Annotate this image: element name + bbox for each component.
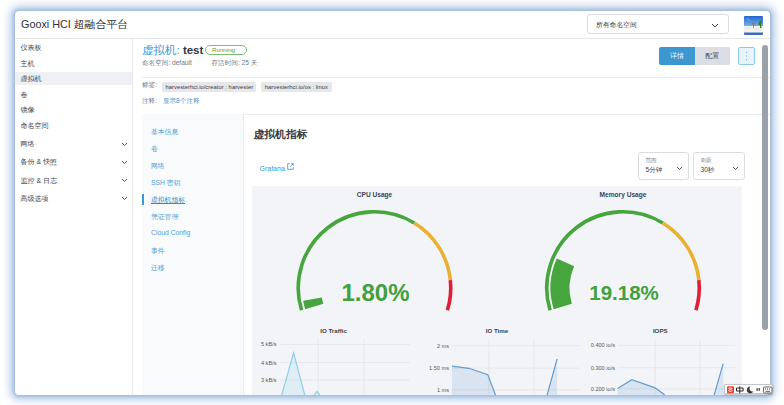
svg-text:0.300 io/s: 0.300 io/s [591,365,615,371]
svg-text:0.400 io/s: 0.400 io/s [591,342,615,348]
svg-text:0.200 io/s: 0.200 io/s [591,386,615,392]
svg-text:19.18%: 19.18% [589,281,659,304]
svg-text:5 kB/s: 5 kB/s [261,341,277,347]
svg-text:2 ms: 2 ms [437,343,449,349]
svg-text:1 ms: 1 ms [437,387,449,393]
svg-text:3 kB/s: 3 kB/s [261,377,277,383]
svg-text:1.50 ms: 1.50 ms [429,365,449,371]
svg-text:4 kB/s: 4 kB/s [261,360,277,366]
svg-text:1.80%: 1.80% [341,279,409,306]
